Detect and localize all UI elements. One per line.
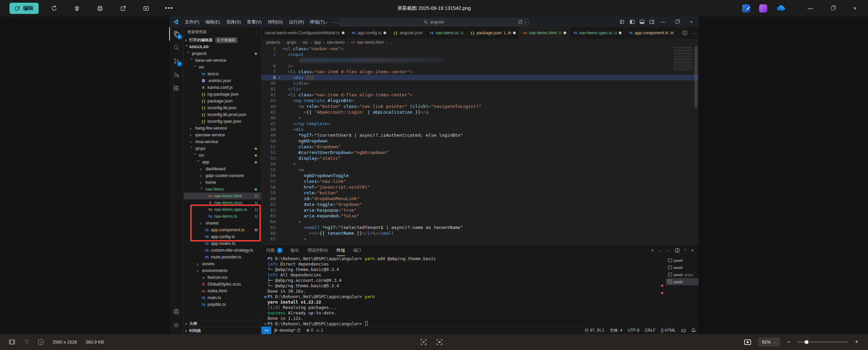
maximize-panel-icon[interactable]: ⌃ xyxy=(684,249,687,252)
terminal-list-item[interactable]: >pwsh xyxy=(666,264,698,271)
status-item-0[interactable]: 行 87, 列 1 xyxy=(582,327,607,334)
status-item-4[interactable]: {} HTML xyxy=(658,327,678,334)
tab-nav-items.spec.ts[interactable]: TSnav-items.spec.tsU xyxy=(570,27,626,39)
vscode-minimize-button[interactable]: — xyxy=(656,17,670,27)
tree-item[interactable]: TSnav-items.tsU xyxy=(184,213,261,220)
terminal[interactable]: PS D:\Rohoon\.Net\QRSPC\apps\angular> ya… xyxy=(261,256,666,326)
toggle-panel-icon[interactable] xyxy=(639,19,645,24)
editor-more-icon[interactable]: ··· xyxy=(692,31,696,36)
zoom-out-icon[interactable]: − xyxy=(787,338,791,346)
tab-nav-items.ts[interactable]: TSnav-items.tsU xyxy=(426,27,467,39)
tree-item[interactable]: Snav-items.scssU xyxy=(184,199,261,206)
tree-item[interactable]: ›shared xyxy=(184,220,261,227)
status-item-1[interactable]: 空格: 4 xyxy=(607,327,625,334)
vscode-close-button[interactable]: × xyxy=(684,17,698,27)
tree-item[interactable]: {}package.json xyxy=(184,98,261,104)
terminal-list-item[interactable]: >pwsh xyxy=(666,278,698,285)
print-button[interactable] xyxy=(92,3,108,14)
tree-item[interactable]: ›projects xyxy=(184,50,261,57)
clipchamp-icon[interactable] xyxy=(759,4,767,13)
share-button[interactable] xyxy=(115,3,131,14)
panel-tab-终端[interactable]: 终端 xyxy=(337,245,345,256)
tree-item[interactable]: ›dashboard xyxy=(184,166,261,172)
menu-3[interactable]: 查看(V) xyxy=(244,17,264,27)
breadcrumb-item[interactable]: ... xyxy=(390,40,393,45)
code-editor[interactable]: 1<ul class="navbar-nav">2 <input6 />7 <l… xyxy=(261,46,698,244)
status-item-3[interactable]: CRLF xyxy=(642,327,658,334)
slideshow-button[interactable] xyxy=(138,3,154,14)
tree-item[interactable]: TSnav-items.spec.tsU xyxy=(184,206,261,213)
tree-item[interactable]: ›assets xyxy=(184,260,261,267)
tab-app.component.ts[interactable]: TSapp.component.tsM xyxy=(625,27,677,39)
tab-angular.json[interactable]: {}angular.json xyxy=(390,27,426,39)
delete-button[interactable] xyxy=(69,3,85,14)
status-item-2[interactable]: UTF-8 xyxy=(625,327,642,334)
command-center-search[interactable]: angular ⌄ xyxy=(339,18,529,26)
tree-item[interactable]: ›src xyxy=(184,152,261,159)
menu-1[interactable]: 编辑(E) xyxy=(202,17,223,27)
tab-raisal-batch-work-ConfigurationModal.ts[interactable]: raisal-batch-work-ConfigurationModal.ts xyxy=(261,27,348,39)
tree-item[interactable]: TSpolyfills.ts xyxy=(184,301,261,308)
breadcrumb-item[interactable]: app xyxy=(314,40,321,45)
tree-item[interactable]: ›qrspc xyxy=(184,145,261,152)
fit-screen-icon[interactable] xyxy=(436,339,443,345)
menu-2[interactable]: 选择(S) xyxy=(223,17,244,27)
outline-section[interactable]: ›大纲 xyxy=(184,320,261,327)
terminal-list-item[interactable]: >pwshqrspc xyxy=(666,271,698,278)
extensions-icon[interactable] xyxy=(169,81,184,95)
split-editor-icon[interactable] xyxy=(683,31,687,35)
panel-tab-端口[interactable]: 端口 xyxy=(353,245,362,256)
breadcrumb-item[interactable]: qrspc xyxy=(287,40,296,45)
tree-item[interactable]: TScustom-title-strategy.ts xyxy=(184,247,261,254)
viewer-restore-button[interactable] xyxy=(826,3,840,14)
tree-item[interactable]: {}ng-package.json xyxy=(184,91,261,98)
tree-item[interactable]: ›msa-service xyxy=(184,138,261,145)
tree-item[interactable]: ›environments xyxy=(184,267,261,274)
source-control-icon[interactable]: 7 xyxy=(169,54,184,68)
menu-4[interactable]: 转到(G) xyxy=(265,17,286,27)
minimap[interactable] xyxy=(673,47,692,72)
vscode-restore-button[interactable] xyxy=(670,17,684,27)
breadcrumb-item[interactable]: nav-items xyxy=(327,40,344,45)
editor-scrollbar[interactable] xyxy=(694,46,697,108)
forward-icon[interactable]: → xyxy=(334,19,339,25)
account-icon[interactable] xyxy=(169,305,184,318)
tree-item[interactable]: ›gdpr-cookie-consent xyxy=(184,172,261,179)
customize-layout-icon[interactable] xyxy=(620,19,625,24)
files-icon[interactable]: 4 xyxy=(169,27,184,41)
tree-item[interactable]: {}tsconfig.lib.json xyxy=(184,104,261,111)
run-task-icon[interactable]: ⌄ xyxy=(518,20,527,24)
zoom-in-icon[interactable]: + xyxy=(855,338,859,346)
zoom-slider[interactable] xyxy=(797,342,848,343)
menu-5[interactable]: 运行(R) xyxy=(286,17,307,27)
terminal-list-item[interactable]: >pwsh xyxy=(666,257,698,264)
zoom-level-dropdown[interactable]: 61% ⌄ xyxy=(758,337,780,347)
actual-size-icon[interactable] xyxy=(420,339,427,345)
tree-item[interactable]: ›src xyxy=(184,64,261,71)
tree-item[interactable]: TSapp.component.tsM xyxy=(184,227,261,233)
tree-item[interactable]: ★favicon.ico xyxy=(184,274,261,281)
tree-item[interactable]: TSapp.config.ts xyxy=(184,233,261,240)
tree-item[interactable]: <>nav-items.htmlU xyxy=(184,193,261,199)
explorer-more-icon[interactable]: ··· xyxy=(254,30,258,34)
edit-button[interactable]: 编辑 xyxy=(9,3,39,14)
tree-item[interactable]: ›ipensee-service xyxy=(184,132,261,138)
tree-item[interactable]: Kkarma.conf.js xyxy=(184,84,261,91)
remote-indicator[interactable]: >< xyxy=(261,327,271,334)
tree-item[interactable]: TStest.ts xyxy=(184,71,261,77)
search-icon[interactable] xyxy=(169,41,184,54)
onedrive-icon[interactable] xyxy=(776,5,786,12)
menu-0[interactable]: 文件(F) xyxy=(182,17,202,27)
tab-package.json[interactable]: {}package.json1, M xyxy=(467,27,519,39)
heart-icon[interactable]: ♡ xyxy=(24,338,29,346)
toggle-secondary-sidebar-icon[interactable] xyxy=(649,19,654,24)
tree-item[interactable]: .eslintrc.json xyxy=(184,77,261,84)
settings-gear-icon[interactable] xyxy=(169,318,184,332)
tree-item[interactable]: {}tsconfig.spec.json xyxy=(184,118,261,125)
tree-item[interactable]: ›home xyxy=(184,179,261,186)
rotate-button[interactable] xyxy=(46,3,62,14)
timeline-section[interactable]: ›时间线 xyxy=(184,327,261,334)
new-terminal-icon[interactable]: ＋ xyxy=(650,247,655,253)
breadcrumb-item[interactable]: projects xyxy=(266,40,280,45)
chevron-down-icon[interactable]: ⌄ xyxy=(659,249,662,252)
